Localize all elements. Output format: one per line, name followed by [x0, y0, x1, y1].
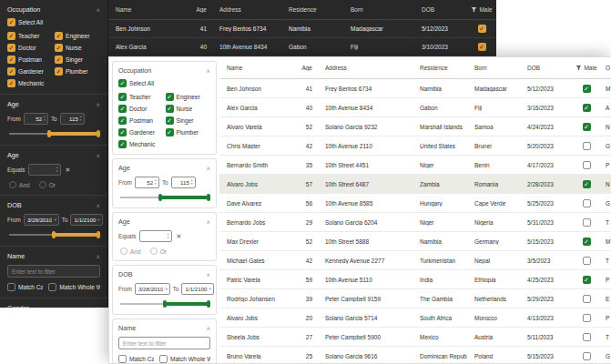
- checkbox-checked-icon[interactable]: ✓: [7, 32, 15, 40]
- dropdown-chevron-icon[interactable]: ▾: [98, 217, 100, 222]
- table-row[interactable]: Alvaro Jobs5710th Street 6487ZambiaRoman…: [219, 175, 611, 194]
- checkbox-checked-icon[interactable]: ✓: [7, 56, 15, 64]
- checkbox-checked-icon[interactable]: ✓: [583, 85, 591, 93]
- filter-option-doctor[interactable]: ✓Doctor: [7, 44, 53, 52]
- column-header-address[interactable]: Address: [212, 6, 281, 13]
- radio-or-icon[interactable]: [150, 248, 158, 255]
- checkbox-checked-icon[interactable]: ✓: [583, 104, 591, 112]
- checkbox-checked-icon[interactable]: ✓: [583, 276, 591, 284]
- collapse-chevron-icon[interactable]: ∧: [207, 165, 210, 171]
- collapse-chevron-icon[interactable]: ∧: [97, 305, 100, 308]
- table-row[interactable]: Michael Gates42Kennedy Avenue 2277Turkme…: [219, 251, 611, 270]
- table-row[interactable]: Bruno Varela25Solano Garcia 9616Dominica…: [219, 347, 611, 363]
- checkbox-unchecked-icon[interactable]: [583, 218, 591, 227]
- checkbox-checked-icon[interactable]: ✓: [118, 128, 127, 136]
- column-header-born[interactable]: Born: [467, 65, 520, 71]
- filter-option-nurse[interactable]: ✓Nurse: [55, 44, 100, 52]
- radio-and-icon[interactable]: [120, 248, 127, 255]
- checkbox-checked-icon[interactable]: ✓: [583, 123, 591, 131]
- table-row[interactable]: Alvaro Varela52Solano Garcia 9232Marshal…: [219, 117, 611, 136]
- clear-filter-icon[interactable]: ✕: [177, 233, 182, 240]
- slider-handle-to[interactable]: [97, 231, 100, 238]
- slider-handle-to[interactable]: [207, 194, 210, 201]
- column-header-residence[interactable]: Residence: [412, 65, 467, 71]
- spin-down-icon[interactable]: ▾: [191, 183, 193, 186]
- checkbox-checked-icon[interactable]: ✓: [118, 79, 127, 87]
- spinner-arrows-icon[interactable]: ▴▾: [80, 116, 82, 122]
- range-slider[interactable]: [120, 193, 209, 202]
- filter-option-singer[interactable]: ✓Singer: [55, 56, 100, 64]
- checkbox-checked-icon[interactable]: ✓: [166, 93, 174, 101]
- column-header-name[interactable]: Name: [219, 65, 292, 71]
- filter-option-select-all[interactable]: ✓Select All: [7, 18, 100, 26]
- filter-option-gardener[interactable]: ✓Gardener: [7, 67, 53, 76]
- filter-option-postman[interactable]: ✓Postman: [7, 56, 53, 64]
- checkbox-checked-icon[interactable]: ✓: [55, 56, 63, 64]
- radio-option-and[interactable]: And: [120, 248, 141, 255]
- radio-option-or[interactable]: Or: [39, 181, 56, 188]
- checkbox-unchecked-icon[interactable]: [583, 295, 591, 303]
- range-slider[interactable]: [120, 299, 209, 308]
- filter-option-teacher[interactable]: ✓Teacher: [118, 93, 164, 101]
- checkbox-checked-icon[interactable]: ✓: [583, 180, 591, 188]
- checkbox-unchecked-icon[interactable]: [7, 283, 15, 291]
- column-header-male[interactable]: Male: [575, 65, 598, 71]
- spin-down-icon[interactable]: ▾: [56, 170, 58, 173]
- collapse-chevron-icon[interactable]: ∧: [207, 218, 210, 225]
- checkbox-unchecked-icon[interactable]: [583, 333, 591, 341]
- column-header-name[interactable]: Name: [108, 6, 179, 13]
- age-range-to-input[interactable]: 115▴▾: [60, 113, 85, 125]
- collapse-chevron-icon[interactable]: ∧: [207, 325, 210, 331]
- collapse-chevron-icon[interactable]: ∧: [207, 67, 210, 74]
- range-slider[interactable]: [9, 230, 98, 239]
- spinner-arrows-icon[interactable]: ▴▾: [191, 179, 193, 186]
- collapse-chevron-icon[interactable]: ∧: [97, 253, 100, 259]
- checkbox-checked-icon[interactable]: ✓: [118, 116, 127, 125]
- column-header-address[interactable]: Address: [318, 65, 412, 71]
- table-row[interactable]: Sheela Jobs27Peter Campbell 5900MexicoAu…: [219, 328, 611, 347]
- dob-range-to-input[interactable]: 1/1/2100▾: [70, 214, 102, 226]
- checkbox-checked-icon[interactable]: ✓: [166, 116, 174, 125]
- table-row[interactable]: Ben Johnson41Frey Bentos 6734NamibiaMada…: [219, 79, 611, 98]
- column-header-male[interactable]: Male: [467, 6, 496, 13]
- filter-option-engineer[interactable]: ✓Engineer: [166, 93, 211, 101]
- checkbox-checked-icon[interactable]: ✓: [118, 140, 127, 148]
- filter-option-engineer[interactable]: ✓Engineer: [55, 32, 100, 40]
- filter-option-plumber[interactable]: ✓Plumber: [55, 67, 100, 76]
- column-header-born[interactable]: Born: [343, 6, 414, 13]
- checkbox-unchecked-icon[interactable]: [583, 142, 591, 150]
- checkbox-checked-icon[interactable]: ✓: [7, 79, 15, 87]
- checkbox-unchecked-icon[interactable]: [118, 355, 127, 363]
- spinner-arrows-icon[interactable]: ▴▾: [155, 179, 157, 186]
- checkbox-checked-icon[interactable]: ✓: [7, 18, 15, 26]
- filter-option-singer[interactable]: ✓Singer: [166, 116, 211, 125]
- age-range-from-input[interactable]: 52▴▾: [135, 177, 159, 188]
- filter-option-mechanic[interactable]: ✓Mechanic: [118, 140, 164, 148]
- dob-range-to-input[interactable]: 1/1/2100▾: [181, 283, 213, 295]
- spinner-arrows-icon[interactable]: ▴▾: [44, 116, 46, 122]
- slider-handle-from[interactable]: [163, 300, 167, 308]
- table-row[interactable]: Alvaro Jobs20Solano Garcia 5714South Afr…: [219, 308, 611, 328]
- checkbox-checked-icon[interactable]: ✓: [478, 25, 486, 33]
- table-row[interactable]: Ben Johnson41Frey Bentos 6734NamibiaMada…: [108, 20, 496, 38]
- column-header-age[interactable]: Age: [292, 65, 318, 71]
- checkbox-checked-icon[interactable]: ✓: [583, 238, 591, 246]
- slider-handle-to[interactable]: [207, 300, 210, 308]
- dropdown-chevron-icon[interactable]: ▾: [54, 217, 56, 222]
- filter-option-doctor[interactable]: ✓Doctor: [118, 105, 164, 113]
- option-match-case[interactable]: Match Case: [118, 355, 154, 363]
- slider-handle-from[interactable]: [52, 231, 56, 238]
- spin-down-icon[interactable]: ▾: [80, 119, 82, 122]
- radio-option-and[interactable]: And: [9, 181, 30, 188]
- filter-option-mechanic[interactable]: ✓Mechanic: [7, 79, 53, 87]
- checkbox-unchecked-icon[interactable]: [48, 283, 56, 291]
- option-match-whole-word[interactable]: Match Whole Word: [159, 355, 210, 363]
- collapse-chevron-icon[interactable]: ∧: [97, 6, 100, 13]
- age-equals-input[interactable]: ▴▾: [139, 230, 172, 242]
- checkbox-unchecked-icon[interactable]: [159, 355, 168, 363]
- spin-down-icon[interactable]: ▾: [44, 119, 46, 122]
- collapse-chevron-icon[interactable]: ∧: [97, 101, 100, 107]
- checkbox-unchecked-icon[interactable]: [583, 199, 591, 207]
- table-row[interactable]: Alex Garcia4010th Avenue 8434GabonFiji3/…: [108, 38, 496, 56]
- range-slider[interactable]: [9, 129, 98, 138]
